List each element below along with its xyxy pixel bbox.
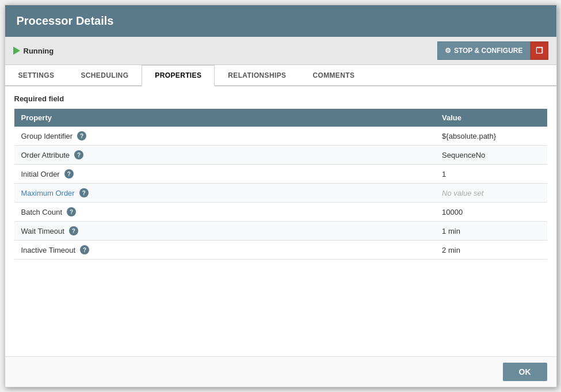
properties-table: Property Value Group Identifier?${absolu… <box>14 109 547 260</box>
property-cell: Group Identifier? <box>14 127 436 146</box>
ok-button[interactable]: OK <box>503 363 547 381</box>
copy-button[interactable]: ❐ <box>531 41 548 60</box>
value-cell: 10000 <box>435 203 547 222</box>
property-cell: Order Attribute? <box>14 146 436 165</box>
value-cell: No value set <box>435 184 547 203</box>
help-icon[interactable]: ? <box>74 150 83 159</box>
status-running: Running <box>13 47 54 55</box>
no-value-text: No value set <box>442 189 483 197</box>
status-bar: Running ⚙ STOP & CONFIGURE ❐ <box>5 37 556 65</box>
property-cell: Wait Timeout? <box>14 222 436 241</box>
col-header-property: Property <box>14 109 436 127</box>
table-row: Order Attribute?SequenceNo <box>14 146 547 165</box>
property-name: Wait Timeout <box>21 227 64 235</box>
property-cell: Initial Order? <box>14 165 436 184</box>
property-name: Batch Count <box>21 208 63 216</box>
stop-configure-label: STOP & CONFIGURE <box>454 47 523 55</box>
stop-configure-button[interactable]: ⚙ STOP & CONFIGURE <box>437 41 531 60</box>
running-icon <box>13 47 20 55</box>
tabs-container: SETTINGS SCHEDULING PROPERTIES RELATIONS… <box>5 65 556 86</box>
tab-relationships[interactable]: RELATIONSHIPS <box>215 65 299 85</box>
table-row: Group Identifier?${absolute.path} <box>14 127 547 146</box>
dialog-header: Processor Details <box>5 5 556 37</box>
status-label: Running <box>24 47 54 55</box>
gear-icon: ⚙ <box>445 47 451 55</box>
table-header-row: Property Value <box>14 109 547 127</box>
property-name: Inactive Timeout <box>21 246 76 254</box>
tab-properties[interactable]: PROPERTIES <box>142 65 215 86</box>
help-icon[interactable]: ? <box>79 188 89 197</box>
table-row: Inactive Timeout?2 min <box>14 241 547 260</box>
tab-settings[interactable]: SETTINGS <box>5 65 68 85</box>
value-cell: ${absolute.path} <box>435 127 547 146</box>
table-row: Wait Timeout?1 min <box>14 222 547 241</box>
property-name-link[interactable]: Maximum Order <box>21 189 75 197</box>
help-icon[interactable]: ? <box>67 207 76 216</box>
tab-comments[interactable]: COMMENTS <box>299 65 368 85</box>
property-name: Initial Order <box>21 170 60 178</box>
help-icon[interactable]: ? <box>80 245 89 254</box>
property-name: Order Attribute <box>21 151 70 159</box>
tab-content: Required field Property Value Group Iden… <box>5 86 556 356</box>
help-icon[interactable]: ? <box>69 226 78 235</box>
dialog-footer: OK <box>5 356 556 387</box>
dialog-title: Processor Details <box>17 14 114 27</box>
processor-details-dialog: Processor Details Running ⚙ STOP & CONFI… <box>5 5 557 387</box>
value-cell: 1 min <box>435 222 547 241</box>
required-field-label: Required field <box>14 94 547 103</box>
tab-scheduling[interactable]: SCHEDULING <box>67 65 142 85</box>
property-cell: Inactive Timeout? <box>14 241 436 260</box>
help-icon[interactable]: ? <box>77 131 86 140</box>
property-name: Group Identifier <box>21 132 73 140</box>
table-row: Maximum Order?No value set <box>14 184 547 203</box>
copy-icon: ❐ <box>536 46 543 55</box>
help-icon[interactable]: ? <box>64 169 74 178</box>
value-cell: 1 <box>435 165 547 184</box>
stop-configure-group: ⚙ STOP & CONFIGURE ❐ <box>437 41 548 60</box>
value-cell: 2 min <box>435 241 547 260</box>
table-row: Initial Order?1 <box>14 165 547 184</box>
property-cell: Maximum Order? <box>14 184 436 203</box>
value-cell: SequenceNo <box>435 146 547 165</box>
table-row: Batch Count?10000 <box>14 203 547 222</box>
col-header-value: Value <box>435 109 547 127</box>
property-cell: Batch Count? <box>14 203 436 222</box>
